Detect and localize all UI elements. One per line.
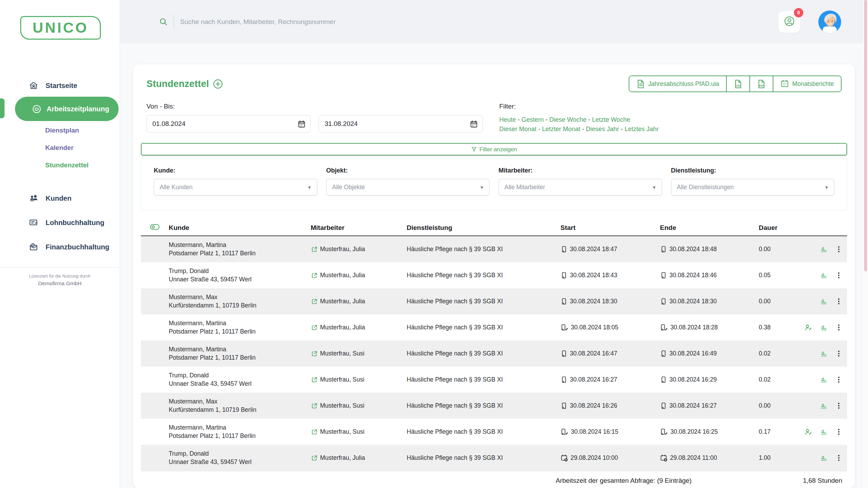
account-button[interactable]: 0: [779, 11, 800, 33]
row-menu-icon[interactable]: [835, 298, 842, 305]
external-link-icon[interactable]: [311, 246, 318, 253]
calendar-icon[interactable]: [297, 120, 306, 128]
external-link-icon[interactable]: [311, 376, 318, 383]
duration-value: 0.02: [759, 376, 801, 383]
kunde-select[interactable]: Alle Kunden ▼: [154, 179, 317, 195]
table-row[interactable]: Trump, Donald Unnaer Straße 43, 59457 We…: [141, 445, 847, 471]
phone-icon: [560, 272, 567, 279]
unico-logo[interactable]: UNICO: [20, 16, 101, 40]
topbar: 0: [120, 0, 863, 43]
signature-icon[interactable]: [820, 350, 828, 358]
mitarbeiter-select[interactable]: Alle Mitarbeiter ▼: [499, 179, 662, 195]
table-row[interactable]: Mustermann, Max Kurfürstendamm 1, 10719 …: [141, 393, 847, 419]
customer-address: Unnaer Straße 43, 59457 Werl: [169, 275, 307, 283]
external-link-icon[interactable]: [311, 402, 318, 409]
quick-filter-letzte-woche[interactable]: Letzte Woche: [592, 116, 630, 123]
chevron-down-icon: ▼: [308, 185, 312, 190]
sidebar-item-arbeitszeitplanung[interactable]: Arbeitszeitplanung: [15, 97, 119, 121]
signature-icon[interactable]: [820, 376, 828, 384]
start-time: 30.08.2024 18:05: [571, 324, 618, 331]
finance-icon: $: [29, 242, 38, 251]
phone-icon: [560, 246, 567, 253]
app-root: UNICO Startseite Arbeitszei: [0, 0, 868, 488]
row-menu-icon[interactable]: [835, 272, 842, 279]
quick-filter-diese-woche[interactable]: Diese Woche: [549, 116, 587, 123]
sidebar-item-dienstplan[interactable]: Dienstplan: [0, 122, 120, 139]
quick-filters-label: Filter:: [499, 103, 659, 110]
external-link-icon[interactable]: [311, 272, 318, 279]
dienstleistung-select[interactable]: Alle Dienstleistungen ▼: [671, 179, 835, 195]
start-time: 30.08.2024 16:27: [570, 376, 617, 383]
signature-icon[interactable]: [820, 324, 828, 331]
signature-icon[interactable]: [820, 402, 828, 410]
signature-icon[interactable]: [820, 454, 828, 462]
sidebar-item-kunden[interactable]: Kunden: [0, 188, 120, 209]
home-icon: [29, 81, 38, 90]
add-entry-button[interactable]: [213, 79, 223, 89]
search-icon[interactable]: [159, 17, 168, 26]
column-dienstleistung: Dienstleistung: [407, 224, 560, 232]
account-icon: [784, 16, 795, 28]
date-to-input[interactable]: [325, 120, 466, 128]
quick-filter-dieser-monat[interactable]: Dieser Monat: [499, 126, 536, 133]
export-csv-button[interactable]: CSV: [726, 76, 749, 91]
signature-icon[interactable]: [820, 272, 828, 279]
row-menu-icon[interactable]: [835, 402, 842, 409]
sidebar-item-stundenzettel[interactable]: Stundenzettel: [0, 157, 120, 174]
date-from-input[interactable]: [152, 120, 294, 128]
quick-filter-letzter-monat[interactable]: Letzter Monat: [542, 126, 580, 133]
date-range-block: Von - Bis:: [146, 103, 483, 134]
svg-text:CSV: CSV: [736, 85, 741, 87]
column-mitarbeiter: Mitarbeiter: [311, 224, 407, 232]
table-row[interactable]: Mustermann, Martina Potsdamer Platz 1, 1…: [141, 314, 847, 341]
toggle-icon[interactable]: [150, 223, 160, 233]
filter-toggle-button[interactable]: Filter anzeigen: [141, 143, 847, 155]
quick-filter-dieses-jahr[interactable]: Dieses Jahr: [586, 126, 619, 133]
external-link-icon[interactable]: [311, 324, 318, 331]
row-menu-icon[interactable]: [835, 376, 842, 383]
external-link-icon[interactable]: [311, 298, 318, 305]
main-area: 0 Stundenzettel: [120, 0, 863, 488]
monatsberichte-button[interactable]: Monatsberichte: [773, 76, 841, 91]
table-row[interactable]: Mustermann, Max Kurfürstendamm 1, 10719 …: [141, 288, 847, 314]
table-row[interactable]: Mustermann, Martina Potsdamer Platz 1, 1…: [141, 236, 847, 262]
search-input[interactable]: [180, 18, 424, 26]
table-row[interactable]: Trump, Donald Unnaer Straße 43, 59457 We…: [141, 367, 847, 393]
signature-icon[interactable]: [820, 428, 828, 436]
signature-icon[interactable]: [820, 298, 828, 305]
user-edit-icon[interactable]: [805, 428, 813, 436]
scrollbar-thumb[interactable]: [864, 0, 867, 271]
summary-label: Arbeitszeit der gesamten Abfrage: (9 Ein…: [556, 477, 692, 485]
avatar[interactable]: [818, 10, 841, 33]
service-name: Häusliche Pflege nach § 39 SGB XI: [407, 246, 560, 253]
sidebar-item-lohnbuchhaltung[interactable]: Lohnbuchhaltung: [0, 212, 120, 233]
calendar-icon[interactable]: [470, 120, 478, 128]
user-edit-icon[interactable]: [805, 324, 813, 331]
row-menu-icon[interactable]: [835, 454, 842, 462]
quick-filter-letztes-jahr[interactable]: Letztes Jahr: [624, 126, 659, 133]
row-menu-icon[interactable]: [835, 324, 842, 331]
jahresabschluss-button[interactable]: Jahresabschluss PfAD.uia: [629, 76, 726, 91]
duration-value: 0.05: [759, 272, 801, 279]
table-row[interactable]: Mustermann, Martina Potsdamer Platz 1, 1…: [141, 341, 847, 367]
end-time: 29.08.2024 11:00: [670, 454, 717, 462]
external-link-icon[interactable]: [311, 350, 318, 357]
table-row[interactable]: Mustermann, Martina Potsdamer Platz 1, 1…: [141, 419, 847, 445]
sidebar-item-startseite[interactable]: Startseite: [0, 75, 120, 96]
service-name: Häusliche Pflege nach § 39 SGB XI: [407, 454, 560, 462]
export-pdf-button[interactable]: PDF: [749, 76, 773, 91]
start-time: 30.08.2024 18:30: [570, 298, 617, 305]
row-menu-icon[interactable]: [835, 350, 842, 357]
sidebar-item-finanzbuchhaltung[interactable]: $ Finanzbuchhaltung: [0, 237, 120, 257]
quick-filter-gestern[interactable]: Gestern: [521, 116, 544, 123]
row-menu-icon[interactable]: [835, 428, 842, 435]
external-link-icon[interactable]: [311, 455, 318, 462]
sidebar-item-kalender[interactable]: Kalender: [0, 139, 120, 157]
quick-filter-separator: -: [580, 126, 586, 133]
signature-icon[interactable]: [820, 246, 828, 253]
quick-filter-heute[interactable]: Heute: [499, 116, 516, 123]
objekt-select[interactable]: Alle Objekte ▼: [326, 179, 490, 195]
row-menu-icon[interactable]: [835, 246, 842, 253]
external-link-icon[interactable]: [311, 429, 318, 435]
table-row[interactable]: Trump, Donald Unnaer Straße 43, 59457 We…: [141, 262, 847, 288]
